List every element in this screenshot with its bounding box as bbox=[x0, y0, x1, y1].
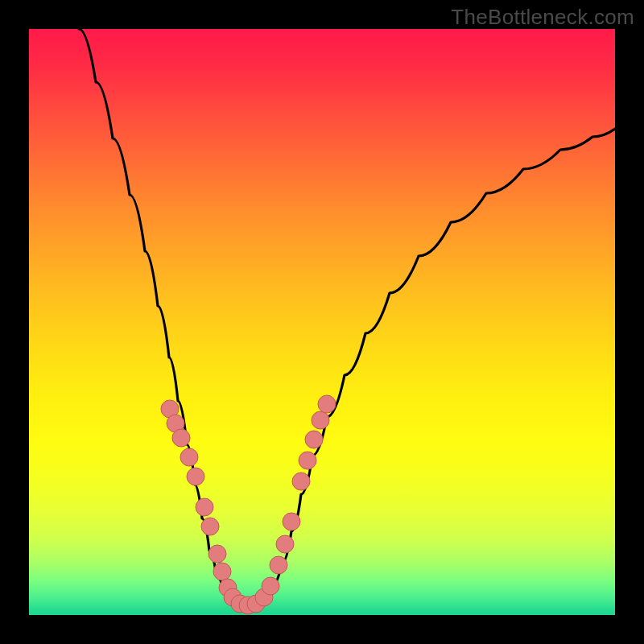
data-dot bbox=[292, 473, 310, 490]
data-dots bbox=[161, 395, 336, 614]
bottleneck-curve bbox=[79, 29, 615, 607]
curve-layer bbox=[29, 29, 615, 615]
plot-area bbox=[29, 29, 615, 615]
data-dot bbox=[305, 431, 323, 448]
data-dot bbox=[276, 535, 294, 553]
data-dot bbox=[299, 452, 316, 469]
data-dot bbox=[283, 513, 300, 530]
watermark-text: TheBottleneck.com bbox=[451, 5, 634, 30]
data-dot bbox=[208, 545, 226, 563]
data-dot bbox=[213, 563, 231, 580]
data-dot bbox=[318, 395, 336, 413]
data-dot bbox=[187, 468, 204, 485]
outer-frame: TheBottleneck.com bbox=[0, 0, 644, 644]
data-dot bbox=[312, 411, 329, 429]
data-dot bbox=[262, 577, 279, 595]
curve-segment bbox=[79, 29, 246, 607]
data-dot bbox=[172, 429, 190, 447]
data-dot bbox=[201, 518, 219, 535]
data-dot bbox=[196, 498, 213, 516]
curve-segment bbox=[246, 129, 615, 607]
data-dot bbox=[270, 556, 287, 574]
data-dot bbox=[180, 448, 198, 466]
